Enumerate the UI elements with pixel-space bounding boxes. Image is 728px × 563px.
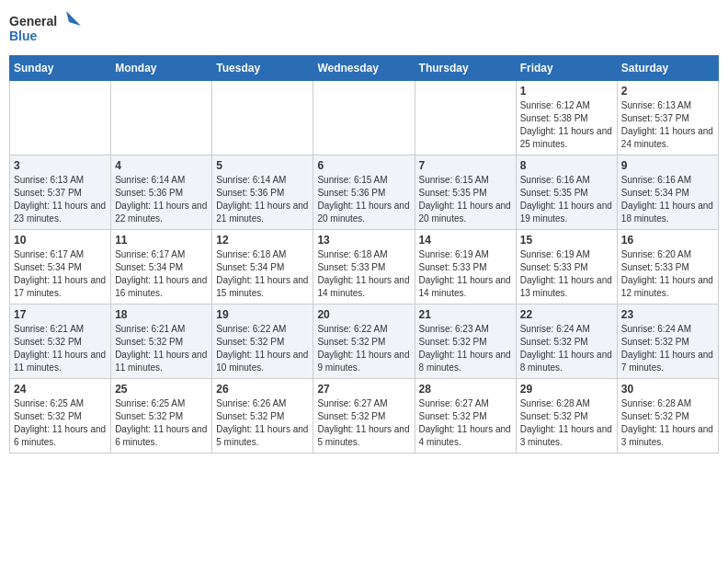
- calendar-cell: 6Sunrise: 6:15 AM Sunset: 5:36 PM Daylig…: [313, 155, 415, 230]
- day-number: 13: [317, 234, 410, 247]
- day-info: Sunrise: 6:19 AM Sunset: 5:33 PM Dayligh…: [419, 248, 512, 300]
- day-info: Sunrise: 6:22 AM Sunset: 5:32 PM Dayligh…: [317, 323, 410, 374]
- day-number: 10: [14, 234, 107, 247]
- calendar-cell: 16Sunrise: 6:20 AM Sunset: 5:33 PM Dayli…: [617, 230, 718, 304]
- svg-text:General: General: [9, 14, 57, 29]
- calendar-cell: 13Sunrise: 6:18 AM Sunset: 5:33 PM Dayli…: [313, 230, 415, 304]
- calendar-cell: [313, 81, 415, 155]
- day-number: 4: [115, 159, 208, 172]
- day-info: Sunrise: 6:24 AM Sunset: 5:32 PM Dayligh…: [520, 323, 613, 374]
- calendar-cell: 2Sunrise: 6:13 AM Sunset: 5:37 PM Daylig…: [617, 81, 718, 155]
- day-number: 7: [419, 159, 512, 172]
- day-number: 19: [216, 308, 309, 321]
- day-number: 25: [115, 383, 208, 396]
- calendar-cell: [10, 81, 111, 155]
- weekday-header: Thursday: [415, 56, 516, 81]
- calendar-week-row: 17Sunrise: 6:21 AM Sunset: 5:32 PM Dayli…: [10, 304, 719, 379]
- calendar-cell: 17Sunrise: 6:21 AM Sunset: 5:32 PM Dayli…: [10, 304, 111, 379]
- day-info: Sunrise: 6:17 AM Sunset: 5:34 PM Dayligh…: [115, 248, 208, 300]
- calendar-cell: 12Sunrise: 6:18 AM Sunset: 5:34 PM Dayli…: [212, 230, 313, 304]
- day-info: Sunrise: 6:12 AM Sunset: 5:38 PM Dayligh…: [520, 99, 613, 151]
- day-number: 21: [419, 308, 512, 321]
- day-number: 9: [621, 159, 714, 172]
- day-number: 8: [520, 159, 613, 172]
- weekday-header: Monday: [111, 56, 212, 81]
- day-info: Sunrise: 6:16 AM Sunset: 5:34 PM Dayligh…: [621, 174, 714, 225]
- calendar-cell: 23Sunrise: 6:24 AM Sunset: 5:32 PM Dayli…: [617, 304, 718, 379]
- day-info: Sunrise: 6:25 AM Sunset: 5:32 PM Dayligh…: [14, 397, 107, 449]
- day-info: Sunrise: 6:25 AM Sunset: 5:32 PM Dayligh…: [115, 397, 208, 449]
- calendar-week-row: 24Sunrise: 6:25 AM Sunset: 5:32 PM Dayli…: [10, 379, 719, 454]
- calendar-cell: 18Sunrise: 6:21 AM Sunset: 5:32 PM Dayli…: [111, 304, 212, 379]
- weekday-header: Saturday: [617, 56, 718, 81]
- day-number: 29: [520, 383, 613, 396]
- day-info: Sunrise: 6:15 AM Sunset: 5:36 PM Dayligh…: [317, 174, 410, 225]
- svg-text:Blue: Blue: [9, 29, 38, 43]
- day-number: 6: [317, 159, 410, 172]
- calendar-cell: 4Sunrise: 6:14 AM Sunset: 5:36 PM Daylig…: [111, 155, 212, 230]
- day-info: Sunrise: 6:18 AM Sunset: 5:34 PM Dayligh…: [216, 248, 309, 300]
- weekday-header-row: SundayMondayTuesdayWednesdayThursdayFrid…: [10, 56, 719, 81]
- day-info: Sunrise: 6:18 AM Sunset: 5:33 PM Dayligh…: [317, 248, 410, 300]
- page-header: GeneralBlue: [9, 9, 719, 46]
- day-info: Sunrise: 6:19 AM Sunset: 5:33 PM Dayligh…: [520, 248, 613, 300]
- calendar-body: 1Sunrise: 6:12 AM Sunset: 5:38 PM Daylig…: [10, 81, 719, 454]
- calendar-week-row: 10Sunrise: 6:17 AM Sunset: 5:34 PM Dayli…: [10, 230, 719, 304]
- calendar-cell: 22Sunrise: 6:24 AM Sunset: 5:32 PM Dayli…: [516, 304, 617, 379]
- calendar-cell: 27Sunrise: 6:27 AM Sunset: 5:32 PM Dayli…: [313, 379, 415, 454]
- day-number: 1: [520, 85, 613, 98]
- calendar-header: SundayMondayTuesdayWednesdayThursdayFrid…: [10, 56, 719, 81]
- calendar-cell: 10Sunrise: 6:17 AM Sunset: 5:34 PM Dayli…: [10, 230, 111, 304]
- weekday-header: Wednesday: [313, 56, 415, 81]
- weekday-header: Tuesday: [212, 56, 313, 81]
- calendar-cell: 9Sunrise: 6:16 AM Sunset: 5:34 PM Daylig…: [617, 155, 718, 230]
- day-info: Sunrise: 6:13 AM Sunset: 5:37 PM Dayligh…: [14, 174, 107, 225]
- day-number: 12: [216, 234, 309, 247]
- day-number: 16: [621, 234, 714, 247]
- calendar-cell: 14Sunrise: 6:19 AM Sunset: 5:33 PM Dayli…: [415, 230, 516, 304]
- day-number: 20: [317, 308, 410, 321]
- day-info: Sunrise: 6:13 AM Sunset: 5:37 PM Dayligh…: [621, 99, 714, 151]
- day-number: 3: [14, 159, 107, 172]
- calendar-table: SundayMondayTuesdayWednesdayThursdayFrid…: [9, 55, 719, 454]
- day-number: 28: [419, 383, 512, 396]
- calendar-cell: [415, 81, 516, 155]
- calendar-cell: 3Sunrise: 6:13 AM Sunset: 5:37 PM Daylig…: [10, 155, 111, 230]
- day-number: 15: [520, 234, 613, 247]
- day-info: Sunrise: 6:27 AM Sunset: 5:32 PM Dayligh…: [419, 397, 512, 449]
- calendar-cell: 11Sunrise: 6:17 AM Sunset: 5:34 PM Dayli…: [111, 230, 212, 304]
- calendar-cell: 20Sunrise: 6:22 AM Sunset: 5:32 PM Dayli…: [313, 304, 415, 379]
- day-number: 22: [520, 308, 613, 321]
- calendar-cell: 8Sunrise: 6:16 AM Sunset: 5:35 PM Daylig…: [516, 155, 617, 230]
- day-number: 26: [216, 383, 309, 396]
- calendar-cell: 24Sunrise: 6:25 AM Sunset: 5:32 PM Dayli…: [10, 379, 111, 454]
- calendar-cell: 28Sunrise: 6:27 AM Sunset: 5:32 PM Dayli…: [415, 379, 516, 454]
- calendar-cell: 15Sunrise: 6:19 AM Sunset: 5:33 PM Dayli…: [516, 230, 617, 304]
- day-info: Sunrise: 6:16 AM Sunset: 5:35 PM Dayligh…: [520, 174, 613, 225]
- day-number: 2: [621, 85, 714, 98]
- day-number: 24: [14, 383, 107, 396]
- logo: GeneralBlue: [9, 9, 83, 46]
- calendar-cell: 21Sunrise: 6:23 AM Sunset: 5:32 PM Dayli…: [415, 304, 516, 379]
- day-info: Sunrise: 6:26 AM Sunset: 5:32 PM Dayligh…: [216, 397, 309, 449]
- day-info: Sunrise: 6:23 AM Sunset: 5:32 PM Dayligh…: [419, 323, 512, 374]
- calendar-cell: 19Sunrise: 6:22 AM Sunset: 5:32 PM Dayli…: [212, 304, 313, 379]
- day-info: Sunrise: 6:21 AM Sunset: 5:32 PM Dayligh…: [14, 323, 107, 374]
- day-info: Sunrise: 6:21 AM Sunset: 5:32 PM Dayligh…: [115, 323, 208, 374]
- day-info: Sunrise: 6:15 AM Sunset: 5:35 PM Dayligh…: [419, 174, 512, 225]
- day-info: Sunrise: 6:20 AM Sunset: 5:33 PM Dayligh…: [621, 248, 714, 300]
- calendar-cell: 5Sunrise: 6:14 AM Sunset: 5:36 PM Daylig…: [212, 155, 313, 230]
- weekday-header: Sunday: [10, 56, 111, 81]
- calendar-week-row: 3Sunrise: 6:13 AM Sunset: 5:37 PM Daylig…: [10, 155, 719, 230]
- calendar-cell: 1Sunrise: 6:12 AM Sunset: 5:38 PM Daylig…: [516, 81, 617, 155]
- calendar-cell: 25Sunrise: 6:25 AM Sunset: 5:32 PM Dayli…: [111, 379, 212, 454]
- day-number: 5: [216, 159, 309, 172]
- day-number: 23: [621, 308, 714, 321]
- calendar-cell: [212, 81, 313, 155]
- logo-svg: GeneralBlue: [9, 9, 83, 46]
- day-info: Sunrise: 6:28 AM Sunset: 5:32 PM Dayligh…: [621, 397, 714, 449]
- day-number: 17: [14, 308, 107, 321]
- day-number: 11: [115, 234, 208, 247]
- calendar-week-row: 1Sunrise: 6:12 AM Sunset: 5:38 PM Daylig…: [10, 81, 719, 155]
- day-info: Sunrise: 6:24 AM Sunset: 5:32 PM Dayligh…: [621, 323, 714, 374]
